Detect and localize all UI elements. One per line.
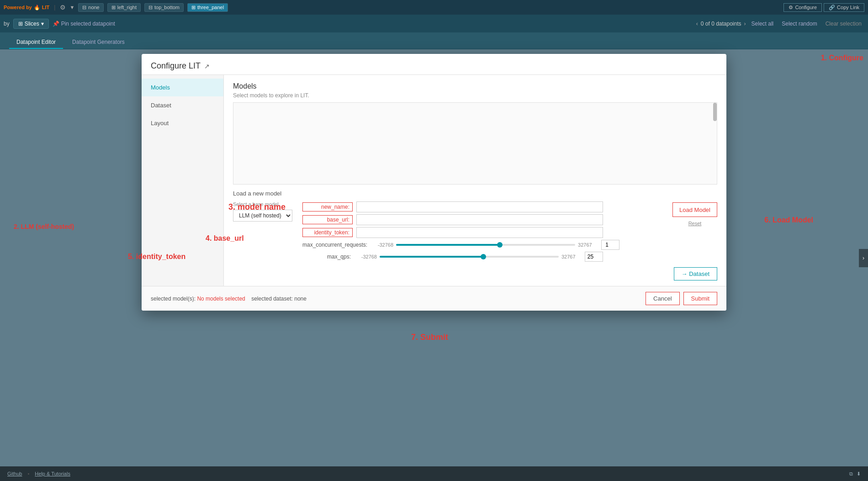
identity-token-field-row: identity_token: <box>302 227 667 238</box>
max-qps-label: max_qps: <box>302 254 353 260</box>
slider1-value-input[interactable] <box>601 240 619 250</box>
bottom-bar-left: Github • Help & Tutorials <box>7 471 70 476</box>
layout-3p-icon: ⊞ <box>191 5 196 11</box>
datapoint-nav-text: 0 of 0 datapoints <box>701 21 741 27</box>
submit-button[interactable]: Submit <box>683 292 717 305</box>
top-bar-left: Powered by 🔥 LIT | ⚙ ▼ ⊟ none ⊞ left_rig… <box>4 3 228 12</box>
max-qps-row: max_qps: -32768 32767 <box>302 252 667 262</box>
identity-token-label: identity_token: <box>302 228 353 237</box>
second-bar: by ⊞ Slices ▾ 📌 Pin selected datapoint ‹… <box>0 15 868 33</box>
to-dataset-button[interactable]: → Dataset <box>674 267 717 280</box>
sidebar-item-models[interactable]: Models <box>142 79 223 96</box>
load-model-section: Load a new model Select a base model LLM… <box>224 185 726 267</box>
modal-title: Configure LIT <box>151 61 201 71</box>
selected-models-label: selected model(s): <box>151 296 196 302</box>
pin-button[interactable]: 📌 Pin selected datapoint <box>53 21 115 27</box>
selected-dataset-value: none <box>294 296 307 302</box>
slider2-min: -32768 <box>356 254 377 259</box>
layout-top-bottom-btn[interactable]: ⊟ top_bottom <box>144 3 184 12</box>
tab-datapoint-generators[interactable]: Datapoint Generators <box>65 36 132 49</box>
copy-icon[interactable]: ⧉ <box>849 471 853 477</box>
help-link[interactable]: Help & Tutorials <box>35 471 70 476</box>
slices-dropdown-icon: ▾ <box>41 21 44 27</box>
pin-icon: 📌 <box>53 21 59 27</box>
brand-text: Powered by <box>4 5 32 10</box>
bottom-separator: • <box>27 471 29 476</box>
models-section-header: Models Select models to explore in LIT. <box>224 75 726 102</box>
select-random-button[interactable]: Select random <box>779 20 820 28</box>
selected-dataset-label: selected dataset: <box>251 296 293 302</box>
to-dataset-area: → Dataset <box>224 267 726 286</box>
layout-three-panel-btn[interactable]: ⊞ three_panel <box>187 3 228 12</box>
external-link-icon[interactable]: ↗ <box>204 63 210 70</box>
load-model-btn-area: Load Model Reset <box>672 201 717 226</box>
copy-link-button[interactable]: 🔗 Copy Link <box>824 3 864 12</box>
layout-tb-icon: ⊟ <box>148 5 153 11</box>
slices-button[interactable]: ⊞ Slices ▾ <box>13 19 49 29</box>
layout-left-right-btn[interactable]: ⊞ left_right <box>107 3 141 12</box>
top-bar: Powered by 🔥 LIT | ⚙ ▼ ⊟ none ⊞ left_rig… <box>0 0 868 15</box>
tab-datapoint-editor[interactable]: Datapoint Editor <box>9 36 63 49</box>
brand: Powered by 🔥 LIT <box>4 5 49 11</box>
max-concurrent-requests-label: max_concurrent_requests: <box>302 242 369 248</box>
sidebar-item-layout[interactable]: Layout <box>142 114 223 132</box>
tab-bar: Datapoint Editor Datapoint Generators <box>0 33 868 49</box>
base-model-select[interactable]: LLM (self hosted) BERT GPT-2 <box>233 210 292 222</box>
slider1-thumb[interactable] <box>497 242 503 248</box>
layout-none-label: ▼ <box>69 5 74 10</box>
slider2-track <box>380 256 559 258</box>
base-model-label: Select a base model <box>233 201 297 207</box>
brand-name: LIT <box>42 5 50 10</box>
base-url-field-row: base_url: <box>302 214 667 225</box>
modal-header: Configure LIT ↗ <box>142 54 726 75</box>
gear-icon: ⚙ <box>789 5 793 11</box>
bottom-bar: Github • Help & Tutorials ⧉ ⬇ <box>0 466 868 481</box>
nav-next-arrow[interactable]: › <box>744 21 746 27</box>
nav-prev-arrow[interactable]: ‹ <box>696 21 698 27</box>
identity-token-input[interactable] <box>356 227 603 238</box>
models-section-subtitle: Select models to explore in LIT. <box>233 92 717 99</box>
select-all-button[interactable]: Select all <box>749 20 777 28</box>
groupby-label: by <box>4 21 10 27</box>
configure-button[interactable]: ⚙ Configure <box>783 3 822 12</box>
slices-icon: ⊞ <box>18 21 23 27</box>
cancel-button[interactable]: Cancel <box>646 292 679 305</box>
link-icon: 🔗 <box>829 5 835 11</box>
slider1-max: 32767 <box>578 242 598 248</box>
configure-modal: Configure LIT ↗ Models Dataset Layout Mo… <box>142 54 726 311</box>
second-bar-right: ‹ 0 of 0 datapoints › Select all Select … <box>696 20 864 28</box>
models-section-title: Models <box>233 82 717 90</box>
modal-footer: selected model(s): No models selected se… <box>142 286 726 311</box>
settings-icon: ⚙ <box>60 4 66 11</box>
modal-body: Models Dataset Layout Models Select mode… <box>142 75 726 286</box>
max-concurrent-requests-row: max_concurrent_requests: -32768 32767 <box>302 240 667 250</box>
separator1: | <box>54 4 55 11</box>
scrollbar-thumb[interactable] <box>713 103 717 121</box>
reset-link[interactable]: Reset <box>688 221 702 226</box>
modal-main: Models Select models to explore in LIT. … <box>224 75 726 286</box>
slider1-fill <box>396 244 500 246</box>
slider1-min: -32768 <box>373 242 393 248</box>
new-name-label: new_name: <box>302 202 353 211</box>
second-bar-left: by ⊞ Slices ▾ 📌 Pin selected datapoint <box>4 19 115 29</box>
slider2-fill <box>380 256 483 258</box>
slider2-thumb[interactable] <box>481 254 486 259</box>
fields-and-sliders: new_name: base_url: id <box>302 201 667 262</box>
sidebar-item-dataset[interactable]: Dataset <box>142 96 223 114</box>
load-model-button[interactable]: Load Model <box>672 202 717 217</box>
main-content: › Configure LIT ↗ Models Dataset Layout <box>0 49 868 466</box>
github-link[interactable]: Github <box>7 471 22 476</box>
new-name-field-row: new_name: <box>302 201 667 212</box>
download-icon[interactable]: ⬇ <box>857 471 861 477</box>
clear-selection-button[interactable]: Clear selection <box>823 20 864 28</box>
load-model-label: Load a new model <box>233 190 717 197</box>
base-url-input[interactable] <box>356 214 603 225</box>
model-form-row: Select a base model LLM (self hosted) BE… <box>233 201 717 262</box>
slider2-value-input[interactable] <box>585 252 603 262</box>
base-url-label: base_url: <box>302 215 353 224</box>
new-name-input[interactable] <box>356 201 603 212</box>
models-list-area <box>233 102 717 185</box>
flame-icon: 🔥 <box>34 5 40 11</box>
layout-none-btn[interactable]: ⊟ none <box>78 3 103 12</box>
slider1-track <box>396 244 575 246</box>
